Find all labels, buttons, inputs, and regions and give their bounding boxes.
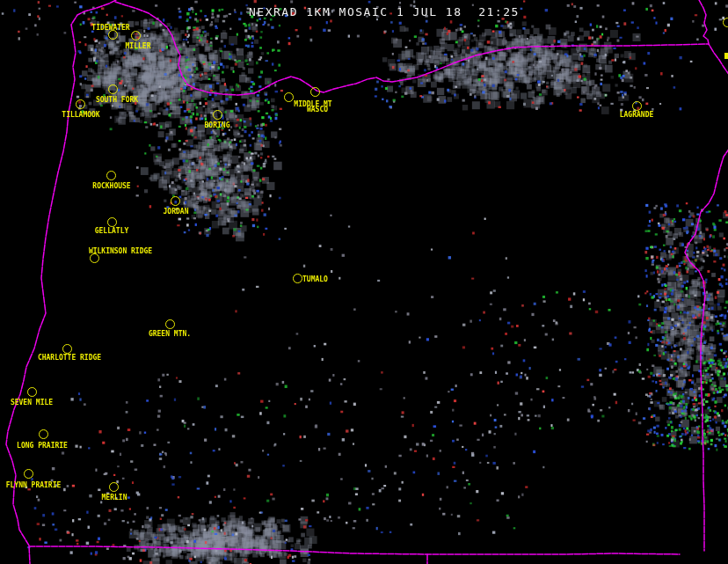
station-marker-lagrande	[632, 101, 642, 111]
station-marker-seven-mile	[27, 387, 37, 397]
station-marker-long-prairie	[39, 429, 48, 439]
station-marker-middle-mt	[284, 92, 294, 102]
station-label-green-mtn-: GREEN MTN.	[149, 330, 191, 338]
station-label-miller: MILLER	[126, 42, 151, 50]
station-marker-gellatly	[107, 217, 117, 227]
station-marker-tillamook	[76, 99, 85, 109]
station-marker-rockhouse	[106, 171, 116, 180]
partial-station-glyph	[724, 53, 728, 59]
station-marker-boring	[213, 110, 222, 120]
station-marker-south-fork	[108, 84, 118, 94]
station-label-tidewater: TIDEWATER	[91, 24, 129, 32]
station-label-wasco: WASCO	[307, 106, 328, 114]
station-label-wilkinson-ridge: WILKINSON RIDGE	[89, 247, 152, 255]
station-marker-edge-partial	[723, 18, 728, 27]
station-marker-merlin	[109, 482, 119, 492]
station-marker-flynn-prairie	[24, 469, 33, 479]
station-marker-jordan	[171, 196, 180, 206]
station-label-gellatly: GELLATLY	[95, 227, 129, 235]
station-layer: TIDEWATERMILLERSOUTH FORKTILLAMOOKBORING…	[0, 0, 728, 564]
station-marker-green-mtn-	[165, 319, 175, 329]
station-marker-wasco	[310, 87, 320, 97]
nexrad-radar-display: TIDEWATERMILLERSOUTH FORKTILLAMOOKBORING…	[0, 0, 728, 564]
mosaic-title: NEXRAD 1KM MOSAIC 1 JUL 18 21:25	[249, 5, 520, 18]
station-label-merlin: MERLIN	[102, 494, 127, 502]
station-label-seven-mile: SEVEN MILE	[11, 399, 53, 407]
station-label-rockhouse: ROCKHOUSE	[92, 182, 130, 190]
station-label-tillamook: TILLAMOOK	[62, 111, 99, 119]
station-label-tumalo: TUMALO	[302, 275, 328, 283]
station-label-south-fork: SOUTH FORK	[96, 96, 138, 104]
station-label-jordan: JORDAN	[164, 208, 189, 216]
station-label-charlotte-ridge: CHARLOTTE RIDGE	[38, 354, 101, 362]
station-marker-charlotte-ridge	[62, 344, 72, 354]
station-label-long-prairie: LONG PRAIRIE	[17, 442, 68, 450]
station-marker-tumalo	[293, 274, 302, 283]
station-label-flynn-prairie: FLYNN PRAIRIE	[6, 481, 62, 489]
station-marker-miller	[131, 31, 141, 40]
station-label-boring: BORING	[205, 121, 230, 129]
station-label-lagrande: LAGRANDE	[620, 111, 654, 119]
